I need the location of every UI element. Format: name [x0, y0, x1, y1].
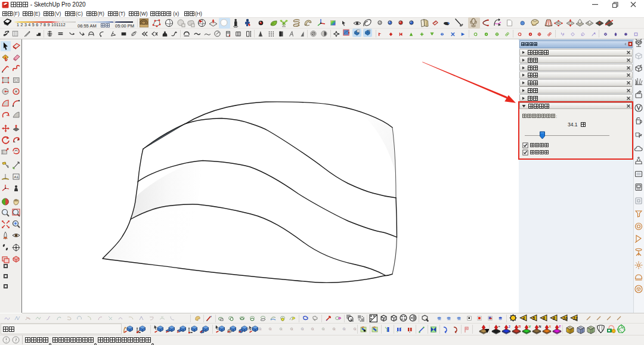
- svg-text:V: V: [529, 325, 531, 328]
- svg-text:12: 12: [573, 316, 578, 321]
- svg-text:R: R: [519, 325, 521, 328]
- svg-text:A1: A1: [14, 175, 19, 179]
- svg-text:4: 4: [522, 316, 525, 321]
- svg-text:X: X: [549, 325, 552, 328]
- svg-text:N: N: [539, 325, 541, 328]
- svg-text:F: F: [559, 325, 562, 328]
- svg-text:J: J: [509, 325, 510, 328]
- svg-text:5: 5: [532, 316, 535, 321]
- svg-text:6: 6: [543, 316, 545, 321]
- svg-text:8: 8: [553, 316, 555, 321]
- svg-text:=: =: [499, 325, 500, 328]
- svg-text:10: 10: [563, 316, 568, 321]
